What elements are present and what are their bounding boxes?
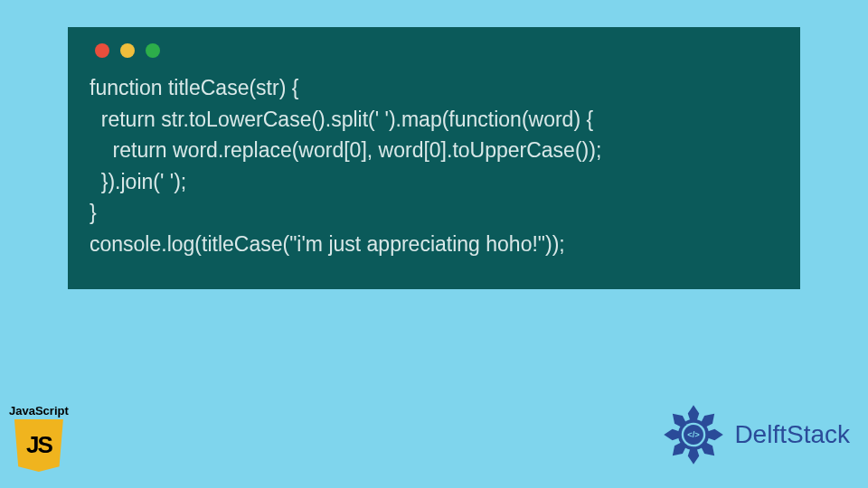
code-block: function titleCase(str) { return str.toL… bbox=[90, 72, 778, 259]
delftstack-brand-name: DelftStack bbox=[734, 420, 850, 449]
minimize-icon[interactable] bbox=[120, 43, 135, 58]
javascript-icon: JS bbox=[14, 419, 63, 472]
delftstack-medallion-icon: </> bbox=[658, 399, 729, 470]
code-line: }).join(' '); bbox=[90, 170, 186, 193]
code-line: return str.toLowerCase().split(' ').map(… bbox=[90, 108, 593, 131]
code-window: function titleCase(str) { return str.toL… bbox=[68, 27, 800, 289]
code-line: function titleCase(str) { bbox=[90, 76, 298, 99]
svg-text:</>: </> bbox=[688, 430, 701, 439]
delftstack-logo: </> DelftStack bbox=[658, 399, 850, 470]
code-line: } bbox=[90, 201, 97, 224]
close-icon[interactable] bbox=[95, 43, 109, 58]
javascript-badge: JavaScript JS bbox=[9, 404, 69, 472]
maximize-icon[interactable] bbox=[146, 43, 160, 58]
javascript-icon-text: JS bbox=[26, 431, 52, 459]
code-line: console.log(titleCase("i'm just apprecia… bbox=[90, 232, 565, 256]
window-controls bbox=[95, 43, 778, 58]
code-line: return word.replace(word[0], word[0].toU… bbox=[90, 138, 601, 162]
javascript-label: JavaScript bbox=[9, 404, 69, 418]
